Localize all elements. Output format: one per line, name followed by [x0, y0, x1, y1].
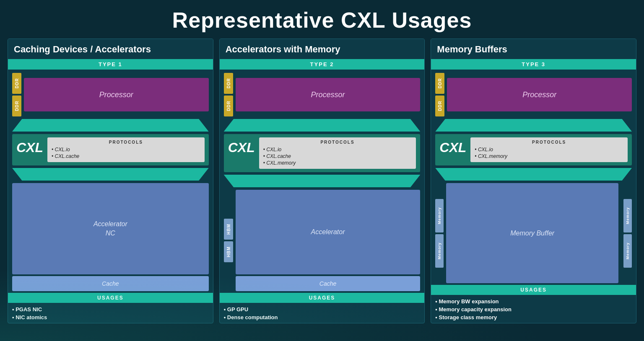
- col1-cxl-section: CXL PROTOCOLS CXL.io CXL.cache: [12, 134, 209, 165]
- col2-protocols-title: PROTOCOLS: [263, 140, 412, 145]
- page-title: Representative CXL Usages: [0, 0, 644, 39]
- col2-ddr2: DDR: [224, 96, 233, 116]
- col3-memory-buffer: Memory Buffer: [446, 183, 618, 283]
- col3-ddr1: DDR: [435, 73, 444, 94]
- col2-cache: Cache: [236, 276, 421, 291]
- col1-header: Caching Devices / Accelerators: [8, 39, 213, 59]
- col1-cxl-label: CXL: [16, 137, 43, 154]
- col2-processor: Processor: [236, 78, 421, 111]
- col3-connector-top: [435, 119, 632, 132]
- col1-protocols-title: PROTOCOLS: [52, 140, 200, 145]
- col1-type-bar: TYPE 1: [8, 59, 213, 70]
- col2-protocol-1: CXL.io: [263, 146, 412, 153]
- col3-processor: Processor: [447, 78, 632, 111]
- col3-mem-left-2: Memory: [435, 234, 444, 268]
- col2-usage-2: Dense computation: [224, 313, 421, 321]
- col2-connector-bottom: [224, 175, 421, 187]
- col1-usages-bar: USAGES: [8, 293, 213, 303]
- col2-hbm1: HBM: [224, 219, 233, 240]
- col1-ddr2: DDR: [12, 96, 21, 116]
- col1-processor: Processor: [24, 78, 209, 111]
- col1-accelerator: AcceleratorNC: [12, 183, 209, 274]
- columns-container: Caching Devices / Accelerators TYPE 1 DD…: [0, 39, 644, 323]
- col3-type-bar: TYPE 3: [431, 59, 636, 70]
- col1-protocol-2: CXL.cache: [52, 153, 200, 160]
- col2-hbm2: HBM: [224, 241, 233, 262]
- col3-cxl-label: CXL: [439, 137, 466, 154]
- col1-ddr1: DDR: [12, 73, 21, 94]
- col2-protocol-3: CXL.memory: [263, 160, 412, 166]
- col3-protocol-2: CXL.memory: [475, 153, 623, 160]
- column-1: Caching Devices / Accelerators TYPE 1 DD…: [8, 39, 213, 323]
- col2-usages-bar: USAGES: [220, 293, 425, 303]
- col1-cache: Cache: [12, 276, 209, 291]
- col2-accelerator: Accelerator: [236, 190, 421, 274]
- col3-mem-right-2: Memory: [623, 234, 632, 268]
- column-3: Memory Buffers TYPE 3 DDR DDR Processor …: [431, 39, 636, 323]
- col1-connector-bottom: [12, 168, 209, 181]
- col2-usage-1: GP GPU: [224, 305, 421, 313]
- col2-ddr1: DDR: [224, 73, 233, 94]
- column-2: Accelerators with Memory TYPE 2 DDR DDR …: [219, 39, 425, 323]
- col3-usage-2: Memory capacity expansion: [435, 305, 632, 313]
- col2-cxl-label: CXL: [228, 137, 255, 154]
- col1-usage-1: PGAS NIC: [12, 305, 209, 313]
- col3-mem-left-1: Memory: [435, 199, 444, 232]
- col3-connector-bottom: [435, 168, 632, 181]
- col3-mem-right-1: Memory: [623, 199, 632, 232]
- col2-protocol-2: CXL.cache: [263, 153, 412, 160]
- col1-connector-top: [12, 119, 209, 132]
- col2-cxl-section: CXL PROTOCOLS CXL.io CXL.cache CXL.memor…: [224, 134, 421, 172]
- col3-protocols-title: PROTOCOLS: [475, 140, 623, 145]
- col3-cxl-section: CXL PROTOCOLS CXL.io CXL.memory: [435, 134, 632, 165]
- col1-protocol-1: CXL.io: [52, 146, 200, 153]
- col3-ddr2: DDR: [435, 96, 444, 116]
- col1-usage-2: NIC atomics: [12, 313, 209, 321]
- col3-usage-1: Memory BW expansion: [435, 297, 632, 305]
- col3-usage-3: Storage class memory: [435, 313, 632, 321]
- col3-usages-bar: USAGES: [431, 285, 636, 295]
- col2-header: Accelerators with Memory: [220, 39, 425, 59]
- col3-header: Memory Buffers: [431, 39, 636, 59]
- col2-connector-top: [224, 119, 421, 132]
- col2-type-bar: TYPE 2: [220, 59, 425, 70]
- col3-protocol-1: CXL.io: [475, 146, 623, 153]
